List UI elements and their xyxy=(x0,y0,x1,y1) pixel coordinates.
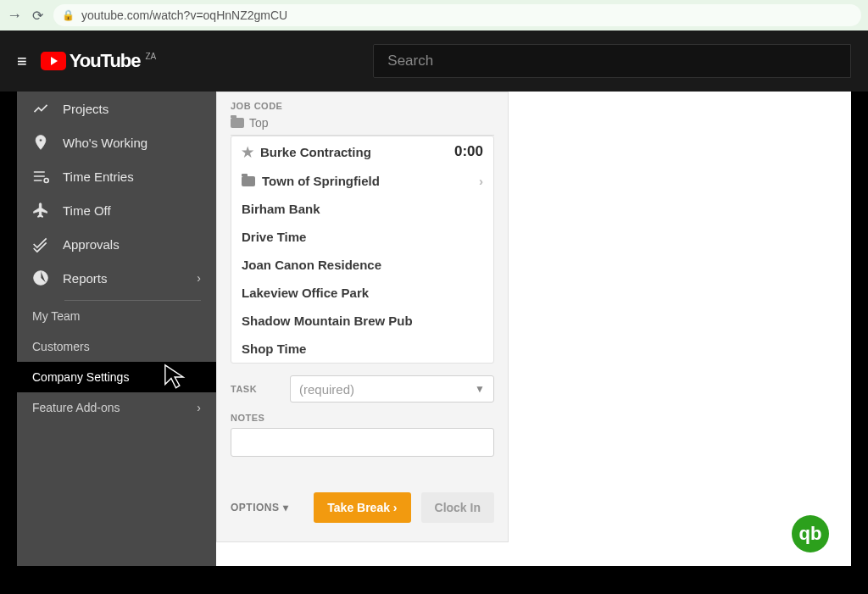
task-field-row: TASK (required) ▼ xyxy=(231,375,494,402)
address-bar[interactable]: 🔒 youtube.com/watch?v=oqHnNZ2gmCU xyxy=(53,4,861,26)
job-breadcrumb[interactable]: Top xyxy=(231,116,494,130)
take-break-button[interactable]: Take Break › xyxy=(314,492,410,523)
job-label: Shadow Mountain Brew Pub xyxy=(242,314,413,328)
action-row: OPTIONS ▾ Take Break › Clock In xyxy=(231,492,494,523)
sidebar-item-whos-working[interactable]: Who's Working xyxy=(17,125,216,159)
plane-icon xyxy=(32,202,49,219)
sidebar-group-feature-addons[interactable]: Feature Add-ons › xyxy=(17,392,216,423)
job-row-lakeview[interactable]: Lakeview Office Park xyxy=(231,279,493,307)
app-sidebar: Projects Who's Working Time Entries Time… xyxy=(17,92,216,566)
job-row-burke[interactable]: ★ Burke Contracting 0:00 xyxy=(231,136,493,167)
job-label: Drive Time xyxy=(242,230,306,244)
job-row-shadow-mountain[interactable]: Shadow Mountain Brew Pub xyxy=(231,307,493,335)
notes-label: NOTES xyxy=(231,413,494,423)
job-row-joan-canon[interactable]: Joan Canon Residence xyxy=(231,251,493,279)
projects-icon xyxy=(32,100,49,117)
lock-icon: 🔒 xyxy=(62,9,75,21)
approvals-icon xyxy=(32,236,49,253)
job-label: Lakeview Office Park xyxy=(242,286,369,300)
sidebar-group-my-team[interactable]: My Team xyxy=(17,301,216,331)
reload-icon[interactable]: ⟳ xyxy=(32,8,43,24)
youtube-wordmark: YouTube xyxy=(70,50,141,72)
caret-down-icon: ▾ xyxy=(283,502,289,514)
sidebar-group-label: Feature Add-ons xyxy=(32,401,120,414)
job-label: Birham Bank xyxy=(242,202,320,216)
forward-arrow-icon[interactable]: → xyxy=(7,7,22,25)
folder-icon xyxy=(242,176,255,186)
task-label: TASK xyxy=(231,384,281,394)
time-clock-panel: JOB CODE Top ★ Burke Contracting 0:00 To… xyxy=(216,92,509,542)
sidebar-group-customers[interactable]: Customers xyxy=(17,331,216,362)
region-code: ZA xyxy=(146,52,157,61)
job-row-birham[interactable]: Birham Bank xyxy=(231,195,493,223)
sidebar-label: Time Off xyxy=(63,203,111,218)
job-label: Shop Time xyxy=(242,341,306,356)
job-code-label: JOB CODE xyxy=(231,101,494,111)
caret-down-icon: ▼ xyxy=(475,383,485,395)
sidebar-group-label: Company Settings xyxy=(32,370,129,384)
task-select[interactable]: (required) ▼ xyxy=(290,375,494,402)
job-code-list: ★ Burke Contracting 0:00 Town of Springf… xyxy=(231,136,494,364)
sidebar-item-reports[interactable]: Reports › xyxy=(17,261,216,295)
search-input[interactable]: Search xyxy=(373,44,851,78)
youtube-header: ≡ YouTube ZA Search xyxy=(0,31,868,92)
sidebar-label: Projects xyxy=(63,102,108,116)
job-row-drive-time[interactable]: Drive Time xyxy=(231,223,493,251)
reports-icon xyxy=(32,269,49,286)
job-label: Town of Springfield xyxy=(262,174,380,188)
chevron-right-icon: › xyxy=(479,174,483,188)
time-entries-icon xyxy=(32,168,49,185)
clock-in-button[interactable]: Clock In xyxy=(421,492,494,523)
options-text: OPTIONS xyxy=(231,502,280,514)
quickbooks-badge[interactable]: qb xyxy=(792,515,829,552)
sidebar-label: Who's Working xyxy=(63,136,147,150)
folder-icon xyxy=(231,118,244,128)
browser-toolbar: → ⟳ 🔒 youtube.com/watch?v=oqHnNZ2gmCU xyxy=(0,0,868,31)
job-label: Burke Contracting xyxy=(260,145,371,159)
sidebar-label: Approvals xyxy=(63,237,120,252)
youtube-logo[interactable]: YouTube ZA xyxy=(41,50,157,72)
chevron-right-icon: › xyxy=(197,401,201,414)
sidebar-group-label: Customers xyxy=(32,340,90,353)
job-row-springfield[interactable]: Town of Springfield › xyxy=(231,167,493,195)
main-panel: JOB CODE Top ★ Burke Contracting 0:00 To… xyxy=(216,92,851,566)
star-icon: ★ xyxy=(242,144,253,160)
sidebar-item-time-off[interactable]: Time Off xyxy=(17,193,216,227)
qb-text: qb xyxy=(799,523,822,545)
sidebar-item-approvals[interactable]: Approvals xyxy=(17,227,216,261)
job-time: 0:00 xyxy=(454,143,483,160)
search-placeholder: Search xyxy=(387,53,433,69)
hamburger-icon[interactable]: ≡ xyxy=(17,52,27,71)
sidebar-label: Time Entries xyxy=(63,169,134,184)
job-label: Joan Canon Residence xyxy=(242,258,381,272)
sidebar-group-company-settings[interactable]: Company Settings xyxy=(17,362,216,392)
task-placeholder: (required) xyxy=(299,382,354,397)
options-link[interactable]: OPTIONS ▾ xyxy=(231,502,288,514)
location-icon xyxy=(32,134,49,151)
sidebar-label: Reports xyxy=(63,271,108,286)
url-text: youtube.com/watch?v=oqHnNZ2gmCU xyxy=(81,8,287,22)
play-icon xyxy=(41,52,66,70)
sidebar-group-label: My Team xyxy=(32,309,81,323)
breadcrumb-text: Top xyxy=(249,116,269,130)
chevron-right-icon: › xyxy=(197,271,201,285)
svg-point-0 xyxy=(44,179,48,183)
sidebar-item-projects[interactable]: Projects xyxy=(17,92,216,125)
notes-field: NOTES xyxy=(231,413,494,457)
notes-input[interactable] xyxy=(231,428,494,457)
video-player-area: Projects Who's Working Time Entries Time… xyxy=(0,92,868,594)
sidebar-item-time-entries[interactable]: Time Entries xyxy=(17,159,216,193)
job-row-shop-time[interactable]: Shop Time xyxy=(231,335,493,363)
embedded-app-frame: Projects Who's Working Time Entries Time… xyxy=(17,92,851,566)
